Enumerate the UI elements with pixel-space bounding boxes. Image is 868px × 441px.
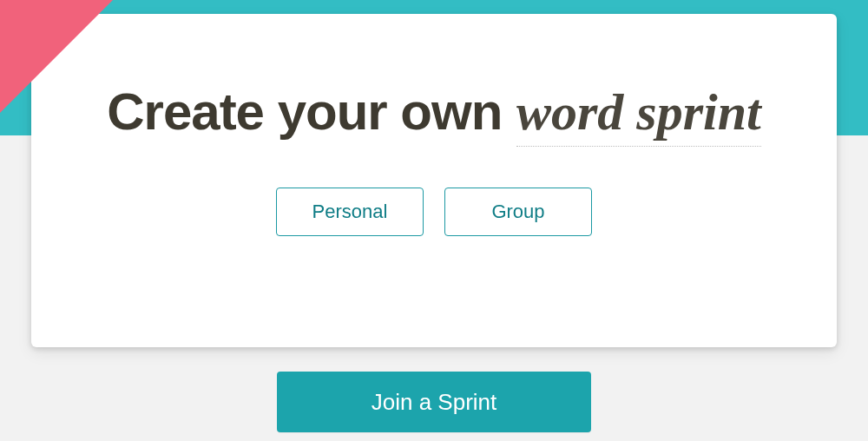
corner-ribbon [0, 0, 113, 113]
title-emphasis: word sprint [516, 83, 761, 147]
group-button[interactable]: Group [444, 188, 592, 236]
sprint-type-options: Personal Group [276, 188, 592, 236]
join-sprint-button[interactable]: Join a Sprint [277, 372, 591, 432]
title-prefix: Create your own [107, 82, 502, 141]
personal-button[interactable]: Personal [276, 188, 424, 236]
create-sprint-card: Create your own word sprint Personal Gro… [31, 14, 837, 347]
page-title: Create your own word sprint [107, 83, 761, 141]
